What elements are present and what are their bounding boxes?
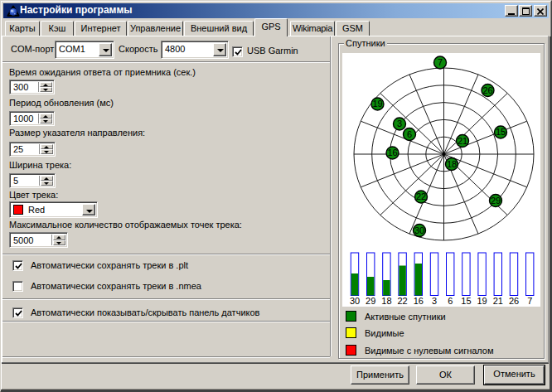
svg-text:29: 29: [366, 296, 375, 306]
svg-text:15: 15: [461, 296, 471, 306]
svg-text:16: 16: [414, 296, 424, 306]
svg-text:21: 21: [458, 136, 467, 146]
svg-text:7: 7: [438, 57, 443, 67]
svg-text:22: 22: [397, 296, 407, 306]
svg-text:3: 3: [432, 296, 437, 306]
svg-text:22: 22: [416, 191, 426, 201]
svg-text:19: 19: [477, 296, 487, 306]
svg-text:18: 18: [381, 296, 391, 306]
svg-text:18: 18: [447, 159, 457, 169]
svg-text:6: 6: [407, 129, 412, 139]
svg-text:29: 29: [491, 196, 501, 206]
svg-text:30: 30: [414, 225, 424, 235]
svg-text:15: 15: [496, 127, 506, 137]
svg-text:30: 30: [350, 296, 360, 306]
svg-text:7: 7: [527, 296, 532, 306]
svg-text:26: 26: [509, 296, 519, 306]
svg-text:6: 6: [448, 296, 453, 306]
svg-text:21: 21: [493, 296, 503, 306]
svg-text:16: 16: [387, 148, 397, 157]
svg-text:3: 3: [397, 119, 402, 128]
svg-text:19: 19: [372, 99, 382, 109]
svg-text:26: 26: [482, 85, 492, 95]
